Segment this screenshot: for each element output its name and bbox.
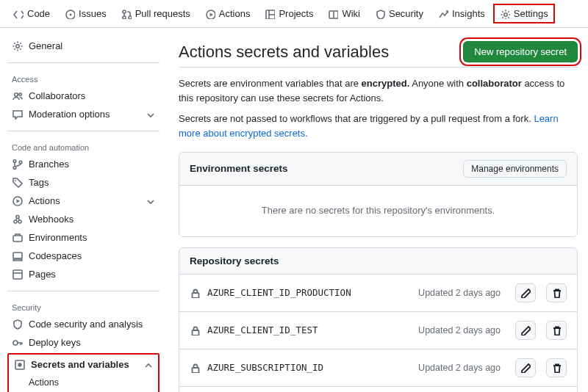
webhook-icon bbox=[12, 214, 23, 225]
sidebar-label: Environments bbox=[29, 232, 87, 243]
chevron-down-icon bbox=[145, 196, 155, 206]
delete-secret-button[interactable] bbox=[546, 283, 567, 302]
sidebar-label: Pages bbox=[29, 269, 56, 280]
tab-settings[interactable]: Settings bbox=[494, 4, 554, 23]
sidebar-sub-actions[interactable]: Actions bbox=[10, 374, 157, 391]
environment-icon bbox=[12, 232, 23, 243]
tab-security[interactable]: Security bbox=[369, 4, 429, 23]
tab-issues[interactable]: Issues bbox=[59, 4, 112, 23]
sidebar-item-actions[interactable]: Actions bbox=[7, 192, 159, 210]
shield-icon bbox=[12, 319, 23, 330]
highlight-annotation: Secrets and variables Actions bbox=[7, 353, 159, 392]
sidebar-item-codespaces[interactable]: Codespaces bbox=[7, 247, 159, 265]
sidebar-item-general[interactable]: General bbox=[7, 37, 159, 55]
project-icon bbox=[265, 9, 275, 19]
secret-row: AZURE_TENANT_IDUpdated 2 days ago bbox=[179, 387, 577, 392]
sidebar-label: Deploy keys bbox=[29, 337, 81, 348]
chevron-up-icon bbox=[143, 360, 153, 370]
tab-wiki[interactable]: Wiki bbox=[322, 4, 366, 23]
people-icon bbox=[12, 90, 23, 101]
sidebar-item-deploy-keys[interactable]: Deploy keys bbox=[7, 333, 159, 352]
secret-updated: Updated 2 days ago bbox=[418, 325, 501, 335]
panel-title: Environment secrets bbox=[190, 163, 288, 174]
environment-secrets-panel: Environment secrets Manage environments … bbox=[179, 152, 578, 237]
secret-row: AZURE_CLIENT_ID_TESTUpdated 2 days ago bbox=[179, 312, 577, 349]
sidebar-label: Actions bbox=[29, 195, 60, 206]
sidebar-label: Collaborators bbox=[29, 90, 85, 101]
pull-request-icon bbox=[121, 9, 132, 19]
sidebar-label: Tags bbox=[29, 177, 49, 188]
tab-label: Security bbox=[389, 8, 423, 19]
secret-name: AZURE_CLIENT_ID_TEST bbox=[207, 324, 411, 335]
tab-projects[interactable]: Projects bbox=[259, 4, 319, 23]
sidebar-item-environments[interactable]: Environments bbox=[7, 228, 159, 247]
panel-header: Repository secrets bbox=[179, 248, 577, 275]
sidebar-item-code-security[interactable]: Code security and analysis bbox=[7, 315, 159, 333]
tab-label: Wiki bbox=[342, 8, 360, 19]
lock-icon bbox=[190, 288, 200, 298]
settings-sidebar: General Access Collaborators Moderation … bbox=[0, 28, 165, 392]
divider bbox=[7, 62, 159, 63]
comment-icon bbox=[12, 109, 23, 120]
tab-label: Pull requests bbox=[135, 8, 190, 19]
divider bbox=[179, 67, 578, 68]
sidebar-label: General bbox=[29, 40, 62, 51]
delete-secret-button[interactable] bbox=[546, 358, 567, 377]
code-icon bbox=[13, 9, 24, 19]
secret-name: AZURE_SUBSCRIPTION_ID bbox=[207, 362, 411, 373]
panel-header: Environment secrets Manage environments bbox=[179, 153, 577, 186]
tab-label: Code bbox=[27, 8, 50, 19]
shield-icon bbox=[375, 9, 385, 19]
tab-label: Settings bbox=[514, 8, 548, 19]
main-content: Actions secrets and variables New reposi… bbox=[165, 28, 588, 392]
branch-icon bbox=[12, 159, 23, 170]
divider bbox=[7, 131, 159, 131]
sidebar-label: Branches bbox=[29, 159, 69, 170]
description-encrypted: Secrets are environment variables that a… bbox=[179, 76, 578, 106]
manage-environments-button[interactable]: Manage environments bbox=[463, 160, 567, 178]
sidebar-item-branches[interactable]: Branches bbox=[7, 155, 159, 173]
lock-icon bbox=[190, 325, 200, 335]
tab-insights[interactable]: Insights bbox=[432, 4, 491, 23]
new-repository-secret-button[interactable]: New repository secret bbox=[463, 41, 578, 62]
codespaces-icon bbox=[12, 250, 23, 261]
sidebar-item-pages[interactable]: Pages bbox=[7, 265, 159, 283]
sidebar-label: Secrets and variables bbox=[31, 359, 129, 370]
delete-secret-button[interactable] bbox=[546, 321, 567, 340]
page-title: Actions secrets and variables bbox=[179, 43, 389, 62]
tab-label: Insights bbox=[452, 8, 485, 19]
secret-row: AZURE_CLIENT_ID_PRODUCTIONUpdated 2 days… bbox=[179, 275, 577, 312]
edit-secret-button[interactable] bbox=[515, 358, 536, 377]
play-icon bbox=[12, 195, 23, 206]
panel-title: Repository secrets bbox=[190, 255, 279, 266]
repository-secrets-panel: Repository secrets AZURE_CLIENT_ID_PRODU… bbox=[179, 247, 578, 392]
sidebar-label: Codespaces bbox=[29, 250, 82, 261]
key-icon bbox=[12, 337, 23, 348]
tab-label: Projects bbox=[279, 8, 313, 19]
lock-icon bbox=[190, 363, 200, 373]
tab-label: Actions bbox=[219, 8, 251, 19]
sidebar-item-webhooks[interactable]: Webhooks bbox=[7, 210, 159, 228]
tab-pull-requests[interactable]: Pull requests bbox=[115, 4, 196, 23]
secret-row: AZURE_SUBSCRIPTION_IDUpdated 2 days ago bbox=[179, 349, 577, 387]
description-fork: Secrets are not passed to workflows that… bbox=[179, 112, 578, 141]
sidebar-label: Webhooks bbox=[29, 214, 74, 225]
sidebar-item-collaborators[interactable]: Collaborators bbox=[7, 87, 159, 105]
sidebar-label: Moderation options bbox=[29, 109, 110, 120]
edit-secret-button[interactable] bbox=[515, 321, 536, 340]
chevron-down-icon bbox=[145, 109, 155, 120]
divider bbox=[7, 291, 159, 291]
sidebar-item-moderation[interactable]: Moderation options bbox=[7, 105, 159, 123]
page-header: Actions secrets and variables New reposi… bbox=[179, 41, 578, 62]
sidebar-group-code: Code and automation bbox=[7, 139, 159, 155]
tab-code[interactable]: Code bbox=[7, 4, 56, 23]
sidebar-item-secrets-variables[interactable]: Secrets and variables bbox=[10, 355, 157, 374]
secret-name: AZURE_CLIENT_ID_PRODUCTION bbox=[207, 287, 411, 298]
tab-actions[interactable]: Actions bbox=[199, 4, 257, 23]
secret-updated: Updated 2 days ago bbox=[418, 288, 501, 298]
sidebar-group-security: Security bbox=[7, 299, 159, 315]
sidebar-item-tags[interactable]: Tags bbox=[7, 173, 159, 192]
edit-secret-button[interactable] bbox=[515, 283, 536, 302]
sidebar-group-access: Access bbox=[7, 70, 159, 87]
issues-icon bbox=[65, 9, 75, 19]
